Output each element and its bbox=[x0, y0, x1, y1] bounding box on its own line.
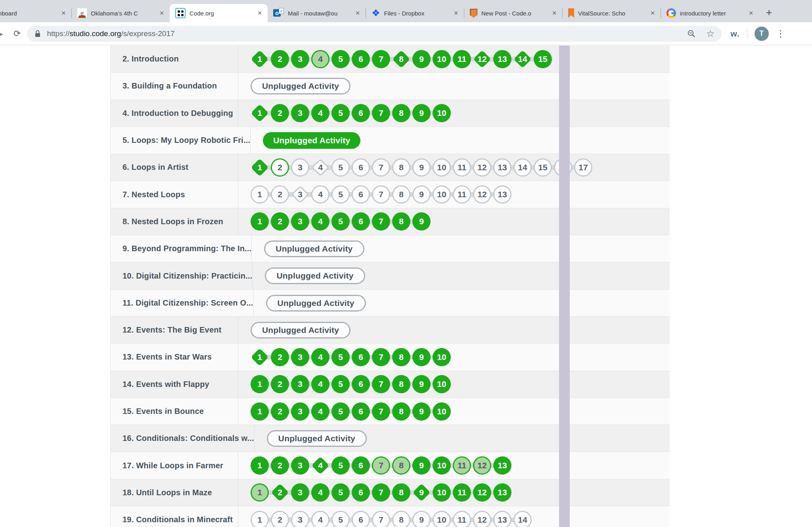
browser-tab[interactable]: ❖Files - Dropbox✕ bbox=[366, 4, 464, 22]
level-bubble[interactable]: 10 bbox=[433, 483, 451, 502]
lesson-title[interactable]: 13. Events in Star Wars bbox=[123, 352, 212, 362]
level-bubble[interactable]: 11 bbox=[453, 511, 471, 527]
level-bubble[interactable]: 9 bbox=[412, 375, 431, 393]
level-bubble[interactable]: 7 bbox=[372, 402, 390, 421]
level-bubble[interactable]: 5 bbox=[331, 402, 350, 421]
level-bubble[interactable]: 6 bbox=[352, 375, 370, 393]
level-bubble[interactable]: 14 bbox=[513, 511, 532, 527]
browser-tab[interactable]: ashboard✕ bbox=[0, 4, 71, 22]
level-bubble[interactable]: 4 bbox=[311, 50, 329, 68]
url-text[interactable]: https://studio.code.org/s/express-2017 bbox=[47, 29, 687, 38]
level-bubble[interactable]: 11 bbox=[453, 185, 471, 204]
level-bubble[interactable]: 4 bbox=[311, 511, 329, 527]
level-bubble[interactable]: 6 bbox=[352, 511, 370, 527]
level-bubble[interactable]: 9 bbox=[412, 158, 431, 177]
level-bubble[interactable]: 13 bbox=[493, 456, 511, 475]
level-bubble[interactable]: 8 bbox=[392, 511, 410, 527]
lesson-title[interactable]: 2. Introduction bbox=[123, 54, 179, 63]
lesson-title[interactable]: 8. Nested Loops in Frozen bbox=[123, 217, 223, 226]
address-bar[interactable]: https://studio.code.org/s/express-2017 ☆ bbox=[27, 26, 722, 42]
level-bubble[interactable]: 4 bbox=[311, 348, 329, 366]
close-icon[interactable]: ✕ bbox=[59, 9, 67, 17]
level-bubble[interactable]: 1 bbox=[251, 456, 269, 475]
level-bubble[interactable]: 3 bbox=[291, 375, 309, 393]
level-bubble[interactable]: 10 bbox=[433, 104, 451, 122]
level-bubble[interactable]: 11 bbox=[453, 456, 471, 475]
level-bubble[interactable]: 4 bbox=[311, 456, 329, 475]
level-bubble[interactable]: 2 bbox=[271, 348, 289, 366]
level-bubble[interactable]: 13 bbox=[493, 50, 511, 68]
level-bubble[interactable]: 9 bbox=[412, 50, 431, 68]
level-bubble[interactable]: 10 bbox=[433, 158, 451, 177]
new-tab-button[interactable]: + bbox=[766, 7, 772, 17]
level-bubble[interactable]: 3 bbox=[291, 185, 309, 204]
browser-tab[interactable]: o✓Mail - moutaw@ou✕ bbox=[268, 4, 366, 22]
level-bubble[interactable]: 7 bbox=[372, 511, 390, 527]
level-bubble[interactable]: 3 bbox=[291, 348, 309, 366]
close-icon[interactable]: ✕ bbox=[158, 9, 166, 17]
level-bubble[interactable]: 7 bbox=[372, 158, 390, 177]
level-bubble[interactable]: 13 bbox=[493, 185, 511, 204]
level-bubble[interactable]: 8 bbox=[392, 212, 410, 231]
level-bubble[interactable]: 13 bbox=[493, 158, 511, 177]
level-bubble[interactable]: 10 bbox=[433, 511, 451, 527]
level-bubble[interactable]: 6 bbox=[352, 348, 370, 366]
lesson-title[interactable]: 5. Loops: My Loopy Robotic Fri... bbox=[123, 136, 250, 145]
unplugged-activity-pill[interactable]: Unplugged Activity bbox=[267, 430, 367, 447]
level-bubble[interactable]: 4 bbox=[311, 212, 329, 231]
close-icon[interactable]: ✕ bbox=[550, 9, 558, 17]
level-bubble[interactable]: 5 bbox=[331, 104, 350, 122]
lesson-title[interactable]: 11. Digital Citizenship: Screen O... bbox=[123, 298, 253, 308]
level-bubble[interactable]: 10 bbox=[433, 348, 451, 366]
unplugged-activity-pill[interactable]: Unplugged Activity bbox=[264, 240, 364, 257]
level-bubble[interactable]: 5 bbox=[331, 511, 350, 527]
level-bubble[interactable]: 5 bbox=[331, 483, 350, 502]
level-bubble[interactable]: 8 bbox=[392, 185, 410, 204]
unplugged-activity-pill[interactable]: Unplugged Activity bbox=[263, 132, 360, 149]
level-bubble[interactable]: 3 bbox=[291, 402, 309, 421]
level-bubble[interactable]: 9 bbox=[412, 185, 431, 204]
chrome-menu-icon[interactable]: ⋮ bbox=[776, 28, 785, 39]
lesson-title[interactable]: 7. Nested Loops bbox=[123, 190, 185, 199]
level-bubble[interactable]: 3 bbox=[291, 158, 309, 177]
level-bubble[interactable]: 5 bbox=[331, 185, 350, 204]
level-bubble[interactable]: 1 bbox=[251, 402, 269, 421]
level-bubble[interactable]: 6 bbox=[352, 456, 370, 475]
level-bubble[interactable]: 9 bbox=[412, 483, 431, 502]
level-bubble[interactable]: 7 bbox=[372, 212, 390, 231]
level-bubble[interactable]: 8 bbox=[392, 348, 410, 366]
level-bubble[interactable]: 8 bbox=[392, 158, 410, 177]
bookmark-star-icon[interactable]: ☆ bbox=[706, 28, 715, 39]
lesson-title[interactable]: 14. Events with Flappy bbox=[123, 380, 209, 389]
level-bubble[interactable]: 2 bbox=[271, 375, 289, 393]
level-bubble[interactable]: 8 bbox=[392, 483, 410, 502]
level-bubble[interactable]: 10 bbox=[433, 456, 451, 475]
unplugged-activity-pill[interactable]: Unplugged Activity bbox=[265, 267, 365, 284]
level-bubble[interactable]: 14 bbox=[513, 50, 532, 68]
level-bubble[interactable]: 5 bbox=[331, 212, 350, 231]
level-bubble[interactable]: 11 bbox=[453, 483, 471, 502]
forward-arrow-icon[interactable]: ▸ bbox=[0, 29, 8, 38]
level-bubble[interactable]: 1 bbox=[251, 50, 269, 68]
level-bubble[interactable]: 7 bbox=[372, 104, 390, 122]
level-bubble[interactable]: 4 bbox=[311, 104, 329, 122]
close-icon[interactable]: ✕ bbox=[256, 9, 264, 17]
level-bubble[interactable]: 8 bbox=[392, 104, 410, 122]
level-bubble[interactable]: 1 bbox=[251, 212, 269, 231]
level-bubble[interactable]: 12 bbox=[473, 483, 491, 502]
level-bubble[interactable]: 9 bbox=[412, 511, 431, 527]
level-bubble[interactable]: 6 bbox=[352, 483, 370, 502]
level-bubble[interactable]: 17 bbox=[574, 158, 592, 177]
level-bubble[interactable]: 1 bbox=[251, 375, 269, 393]
level-bubble[interactable]: 14 bbox=[513, 158, 532, 177]
lesson-title[interactable]: 3. Building a Foundation bbox=[123, 81, 217, 90]
level-bubble[interactable]: 3 bbox=[291, 456, 309, 475]
unplugged-activity-pill[interactable]: Unplugged Activity bbox=[266, 295, 366, 312]
level-bubble[interactable]: 4 bbox=[311, 375, 329, 393]
level-bubble[interactable]: 8 bbox=[392, 375, 410, 393]
level-bubble[interactable]: 6 bbox=[352, 158, 370, 177]
level-bubble[interactable]: 2 bbox=[271, 212, 289, 231]
level-bubble[interactable]: 5 bbox=[331, 158, 350, 177]
level-bubble[interactable]: 15 bbox=[534, 158, 552, 177]
level-bubble[interactable]: 2 bbox=[271, 104, 289, 122]
